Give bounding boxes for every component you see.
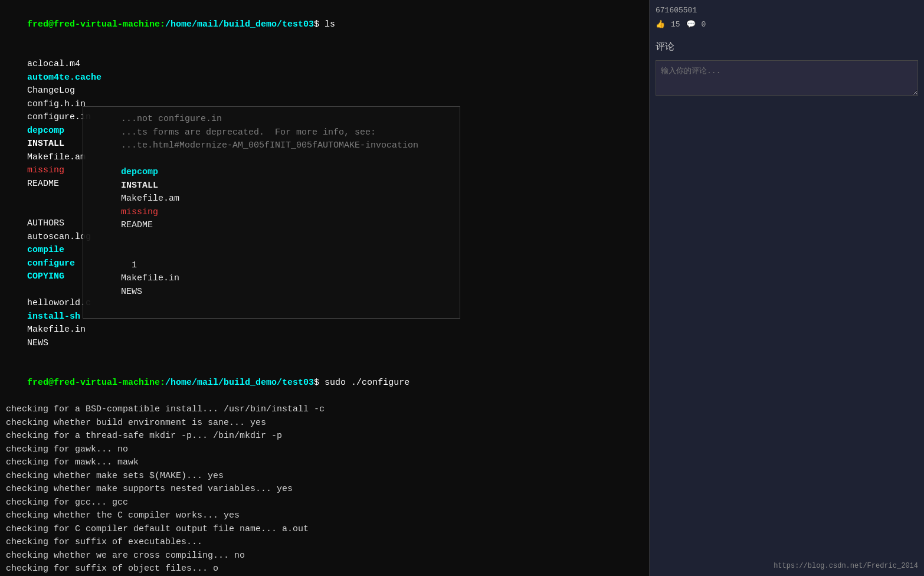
terminal-line: fred@fred-virtual-machine:/home/mail/bui… <box>6 5 643 45</box>
overlay-filelist2: 1 Makefile.in NEWS <box>89 246 454 312</box>
comment-icon: 💬 <box>686 19 696 29</box>
page-url: https://blog.csdn.net/Fredric_2014 <box>774 562 918 570</box>
overlay-line: ...te.html#Modernize-AM_005fINIT_005fAUT… <box>89 139 454 153</box>
view-count-row: 671605501 <box>656 6 918 15</box>
file-item: Makefile.in <box>27 325 112 335</box>
overlay-line: ...ts forms are deprecated. For more inf… <box>89 126 454 140</box>
configure-output-8: checking for gcc... gcc <box>6 496 643 510</box>
prompt-path: /home/mail/build_demo/test03 <box>165 378 314 388</box>
file-item: ChangeLog <box>27 86 112 96</box>
file-item: NEWS <box>27 338 48 348</box>
comment-section: 评论 <box>656 41 918 99</box>
file-item: Makefile.am <box>121 194 190 204</box>
comment-input[interactable] <box>656 60 918 96</box>
like-icon: 👍 <box>656 19 665 29</box>
prompt-user: fred@fred-virtual-machine: <box>27 19 165 30</box>
view-count: 671605501 <box>656 6 697 15</box>
file-item: README <box>27 179 59 189</box>
configure-output-5: checking for mawk... mawk <box>6 456 643 470</box>
configure-output-13: checking for suffix of object files... o <box>6 562 643 576</box>
overlay-popup: ...not configure.in ...ts forms are depr… <box>83 106 460 319</box>
file-item: missing <box>121 207 169 217</box>
configure-output-4: checking for gawk... no <box>6 443 643 457</box>
file-item: depcomp <box>121 167 179 177</box>
file-item: INSTALL <box>121 181 179 191</box>
configure-output-7: checking whether make supports nested va… <box>6 483 643 496</box>
configure-output-3: checking for a thread-safe mkdir -p... /… <box>6 430 643 443</box>
configure-output-9: checking whether the C compiler works...… <box>6 509 643 523</box>
prompt-user: fred@fred-virtual-machine: <box>27 378 165 388</box>
configure-output-12: checking whether we are cross compiling.… <box>6 549 643 563</box>
like-comment-row: 👍 15 💬 0 <box>656 19 918 29</box>
configure-output-10: checking for C compiler default output f… <box>6 523 643 536</box>
file-item: autom4te.cache <box>27 73 112 83</box>
file-item: Makefile.in <box>121 273 190 283</box>
prompt-cmd: $ sudo ./configure <box>314 378 409 388</box>
file-item: 1 <box>121 260 153 270</box>
configure-output-11: checking for suffix of executables... <box>6 536 643 549</box>
configure-output-2: checking whether build environment is sa… <box>6 417 643 430</box>
file-item: aclocal.m4 <box>27 59 112 69</box>
prompt-cmd: $ ls <box>314 19 335 30</box>
like-count: 15 <box>671 20 680 29</box>
file-item: NEWS <box>121 287 142 297</box>
comment-label: 评论 <box>656 41 918 53</box>
overlay-line: ...not configure.in <box>89 113 454 126</box>
terminal: fred@fred-virtual-machine:/home/mail/bui… <box>0 0 649 576</box>
sidebar: 671605501 👍 15 💬 0 评论 <box>649 0 924 576</box>
file-item: README <box>121 220 153 230</box>
comment-count: 0 <box>702 20 706 29</box>
overlay-filelist: depcomp INSTALL Makefile.am missing READ… <box>89 153 454 246</box>
configure-output-1: checking for a BSD-compatible install...… <box>6 403 643 417</box>
terminal-line: fred@fred-virtual-machine:/home/mail/bui… <box>6 364 643 404</box>
prompt-path: /home/mail/build_demo/test03 <box>165 19 314 30</box>
configure-output-6: checking whether make sets $(MAKE)... ye… <box>6 470 643 483</box>
